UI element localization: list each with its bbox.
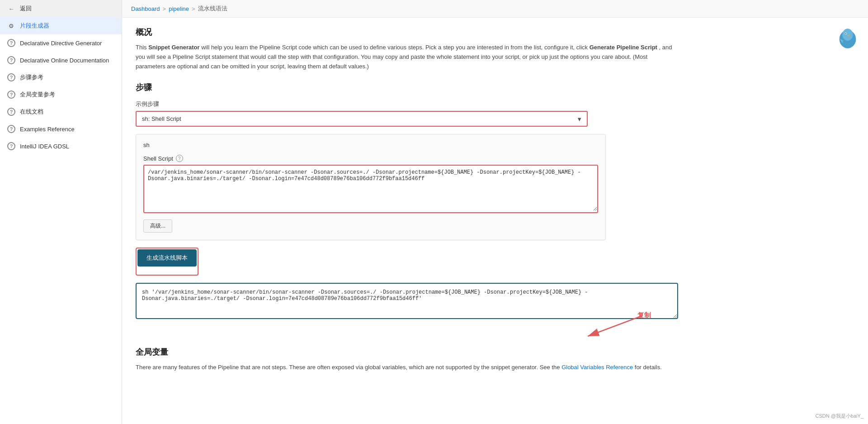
breadcrumb: Dashboard > pipeline > 流水线语法 <box>122 0 868 18</box>
step-select[interactable]: sh: Shell Script <box>137 112 587 126</box>
sidebar-item-declarative-online-label: Declarative Online Documentation <box>20 57 109 64</box>
generate-pipeline-button[interactable]: 生成流水线脚本 <box>137 249 197 267</box>
shell-script-label: Shell Script ? <box>143 155 598 162</box>
sidebar-item-declarative-online[interactable]: ? Declarative Online Documentation <box>0 52 122 69</box>
step-config-box: sh Shell Script ? /var/jenkins_home/sona… <box>136 134 606 240</box>
watermark: CSDN @我是小baiY_ <box>815 413 863 419</box>
step-name-label: sh <box>143 142 598 148</box>
description-text-1: will help you learn the Pipeline Script … <box>201 44 589 51</box>
advanced-button[interactable]: 高级... <box>143 219 172 233</box>
sidebar-item-online-docs[interactable]: ? 在线文档 <box>0 103 122 120</box>
svg-line-1 <box>588 316 642 336</box>
output-wrapper: sh '/var/jenkins_home/sonar-scanner/bin/… <box>136 283 678 324</box>
generate-pipeline-bold: Generate Pipeline Script <box>590 44 657 51</box>
sidebar-item-step-reference-label: 步骤参考 <box>20 73 43 81</box>
breadcrumb-pipeline[interactable]: pipeline <box>169 5 189 12</box>
breadcrumb-sep-2: > <box>192 5 195 12</box>
select-red-border: sh: Shell Script ▼ <box>136 111 588 127</box>
sidebar-item-examples-reference[interactable]: ? Examples Reference <box>0 120 122 138</box>
help-icon[interactable]: ? <box>176 155 183 162</box>
overview-title: 概况 <box>136 27 854 38</box>
global-vars-desc: There are many features of the Pipeline … <box>136 363 854 372</box>
arrow-left-icon: ← <box>7 5 15 13</box>
sidebar-item-back[interactable]: ← 返回 <box>0 0 122 17</box>
step-select-wrapper: sh: Shell Script ▼ <box>136 111 588 127</box>
gear-icon: ⚙ <box>7 22 15 30</box>
output-textarea[interactable]: sh '/var/jenkins_home/sonar-scanner/bin/… <box>136 283 678 319</box>
sidebar-item-snippet-label: 片段生成器 <box>20 22 49 30</box>
breadcrumb-dashboard[interactable]: Dashboard <box>131 5 160 12</box>
question-icon-7: ? <box>7 142 15 150</box>
shell-script-field: Shell Script ? /var/jenkins_home/sonar-s… <box>143 155 598 213</box>
sidebar-item-step-reference[interactable]: ? 步骤参考 <box>0 69 122 86</box>
main-content: Dashboard > pipeline > 流水线语法 概况 This Sni… <box>122 0 868 424</box>
jenkins-bird-svg <box>836 27 859 50</box>
svg-point-5 <box>845 33 846 34</box>
sidebar-item-intellij-label: IntelliJ IDEA GDSL <box>20 143 69 150</box>
global-vars-title: 全局变量 <box>136 347 854 357</box>
jenkins-logo <box>836 27 859 50</box>
generate-btn-wrapper: 生成流水线脚本 <box>136 248 198 276</box>
snippet-generator-bold: Snippet Generator <box>148 44 199 51</box>
example-step-label: 示例步骤 <box>136 100 854 108</box>
shell-script-textarea[interactable]: /var/jenkins_home/sonar-scanner/bin/sona… <box>144 166 597 211</box>
question-icon-2: ? <box>7 56 15 64</box>
sidebar-item-online-docs-label: 在线文档 <box>20 108 43 116</box>
sidebar: ← 返回 ⚙ 片段生成器 ? Declarative Directive Gen… <box>0 0 122 424</box>
sidebar-item-global-vars-label: 全局变量参考 <box>20 91 55 99</box>
script-textarea-border: /var/jenkins_home/sonar-scanner/bin/sona… <box>143 165 598 213</box>
global-vars-link[interactable]: Global Variables Reference <box>561 364 633 371</box>
sidebar-item-snippet-generator[interactable]: ⚙ 片段生成器 <box>0 17 122 34</box>
sidebar-item-global-vars[interactable]: ? 全局变量参考 <box>0 86 122 103</box>
question-icon-5: ? <box>7 108 15 116</box>
breadcrumb-sep-1: > <box>163 5 166 12</box>
question-icon-3: ? <box>7 73 15 81</box>
sidebar-item-back-label: 返回 <box>20 5 32 13</box>
breadcrumb-current: 流水线语法 <box>198 5 227 13</box>
steps-title: 步骤 <box>136 82 854 93</box>
sidebar-item-examples-label: Examples Reference <box>20 126 75 133</box>
content-area: 概况 This Snippet Generator will help you … <box>122 18 868 381</box>
question-icon-4: ? <box>7 91 15 99</box>
svg-point-3 <box>842 29 853 41</box>
sidebar-item-intellij-gdsl[interactable]: ? IntelliJ IDEA GDSL <box>0 138 122 155</box>
sidebar-item-declarative-directive-label: Declarative Directive Generator <box>20 40 102 47</box>
question-icon-6: ? <box>7 125 15 133</box>
question-icon-1: ? <box>7 39 15 47</box>
sidebar-item-declarative-directive[interactable]: ? Declarative Directive Generator <box>0 34 122 52</box>
description: This Snippet Generator will help you lea… <box>136 43 678 71</box>
